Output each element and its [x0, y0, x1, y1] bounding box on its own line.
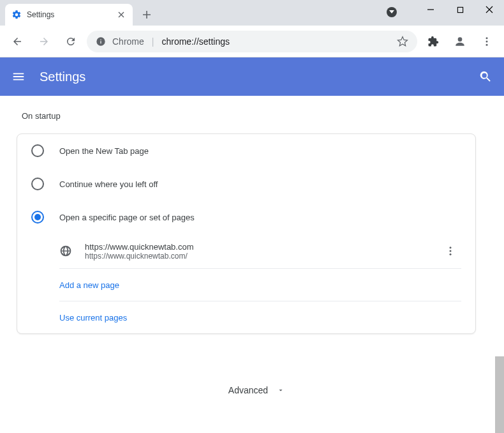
- advanced-toggle[interactable]: Advanced: [17, 366, 496, 433]
- startup-option-continue[interactable]: Continue where you left off: [17, 167, 475, 201]
- omnibox-scheme: Chrome: [112, 36, 144, 47]
- radio-icon[interactable]: [31, 144, 44, 157]
- svg-point-2: [486, 37, 488, 39]
- close-window-button[interactable]: [475, 0, 504, 19]
- tab-title: Settings: [27, 10, 111, 19]
- extensions-icon[interactable]: [422, 31, 444, 52]
- bookmark-star-icon[interactable]: [397, 36, 408, 47]
- close-tab-icon[interactable]: [116, 10, 126, 20]
- scrollbar-track[interactable]: [495, 96, 504, 433]
- omnibox[interactable]: Chrome | chrome://settings: [87, 31, 417, 52]
- svg-point-7: [450, 254, 452, 255]
- radio-label: Open a specific page or set of pages: [59, 213, 195, 222]
- gear-icon: [11, 10, 22, 20]
- svg-point-1: [458, 37, 463, 42]
- svg-point-4: [486, 43, 488, 45]
- startup-option-specific[interactable]: Open a specific page or set of pages: [17, 201, 475, 234]
- window-controls: [387, 0, 504, 19]
- forward-button[interactable]: [33, 31, 55, 52]
- settings-content: On startup Open the New Tab page Continu…: [0, 96, 504, 433]
- use-current-row[interactable]: Use current pages: [59, 301, 461, 333]
- startup-page-title: https://www.quicknewtab.com: [85, 242, 427, 252]
- window-titlebar: Settings: [0, 0, 504, 26]
- svg-rect-0: [457, 7, 463, 12]
- add-page-row[interactable]: Add a new page: [59, 268, 461, 301]
- settings-header: Settings: [0, 57, 504, 96]
- back-button[interactable]: [6, 31, 28, 52]
- site-info-icon[interactable]: [96, 36, 106, 47]
- section-title: On startup: [17, 111, 496, 121]
- address-bar-row: Chrome | chrome://settings: [0, 26, 504, 57]
- browser-tab[interactable]: Settings: [5, 4, 133, 26]
- radio-label: Open the New Tab page: [59, 146, 149, 156]
- add-page-button[interactable]: Add a new page: [59, 280, 119, 290]
- scrollbar-thumb[interactable]: [495, 356, 504, 433]
- use-current-button[interactable]: Use current pages: [59, 313, 127, 323]
- omnibox-path: chrome://settings: [161, 36, 230, 47]
- minimize-button[interactable]: [416, 0, 445, 19]
- globe-icon: [59, 245, 72, 257]
- radio-icon[interactable]: [31, 178, 44, 190]
- startup-option-newtab[interactable]: Open the New Tab page: [17, 134, 475, 167]
- chrome-menu-icon[interactable]: [476, 31, 498, 52]
- page-menu-icon[interactable]: [440, 240, 461, 262]
- reload-button[interactable]: [60, 31, 82, 52]
- radio-selected-icon[interactable]: [31, 211, 44, 224]
- startup-page-url: https://www.quicknewtab.com/: [85, 252, 427, 261]
- dropdown-badge-icon[interactable]: [387, 7, 397, 17]
- advanced-label: Advanced: [228, 385, 268, 395]
- hamburger-menu-icon[interactable]: [11, 70, 26, 84]
- svg-point-3: [486, 40, 488, 42]
- search-icon[interactable]: [478, 70, 493, 84]
- new-tab-button[interactable]: [138, 6, 156, 24]
- startup-card: Open the New Tab page Continue where you…: [17, 133, 476, 334]
- omnibox-text: Chrome | chrome://settings: [112, 36, 390, 47]
- svg-point-6: [450, 250, 452, 252]
- radio-label: Continue where you left off: [59, 179, 158, 189]
- chevron-down-icon: [277, 386, 285, 394]
- page-title: Settings: [40, 70, 464, 84]
- maximize-button[interactable]: [445, 0, 475, 19]
- svg-point-5: [450, 247, 452, 248]
- startup-page-row: https://www.quicknewtab.com https://www.…: [17, 234, 475, 268]
- profile-icon[interactable]: [449, 31, 471, 52]
